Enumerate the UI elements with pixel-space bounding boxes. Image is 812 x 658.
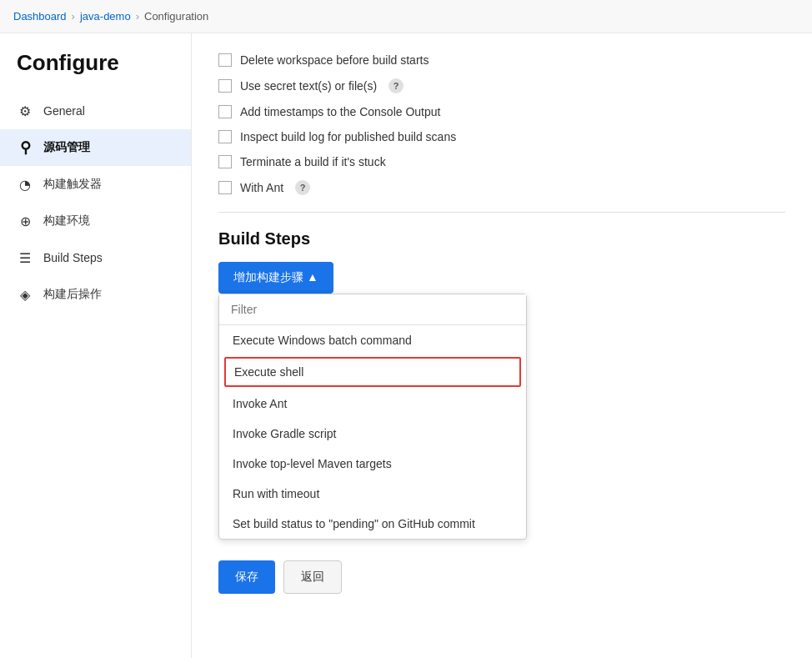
- section-divider: [218, 212, 785, 213]
- breadcrumb-sep-1: ›: [72, 10, 75, 23]
- main-content: Delete workspace before build starts Use…: [192, 33, 812, 658]
- checkbox-row-add-timestamps: Add timestamps to the Console Output: [218, 105, 785, 118]
- sidebar-item-label-source: 源码管理: [43, 140, 90, 155]
- checkbox-terminate-build[interactable]: [218, 155, 232, 168]
- checkbox-label-add-timestamps: Add timestamps to the Console Output: [240, 105, 440, 118]
- add-step-dropdown-container: 增加构建步骤 ▲ Execute Windows batch command E…: [218, 262, 333, 294]
- checkbox-row-inspect-build-log: Inspect build log for published build sc…: [218, 130, 785, 143]
- checkbox-use-secret[interactable]: [218, 79, 232, 93]
- checkbox-row-use-secret: Use secret text(s) or file(s) ?: [218, 78, 785, 93]
- checkbox-label-use-secret: Use secret text(s) or file(s): [240, 79, 377, 93]
- dropdown-menu: Execute Windows batch command Execute sh…: [218, 294, 527, 540]
- dropdown-item-execute-shell[interactable]: Execute shell: [224, 357, 521, 387]
- breadcrumb: Dashboard › java-demo › Configuration: [0, 0, 812, 33]
- globe-icon: ⊕: [17, 213, 33, 229]
- list-icon: ☰: [17, 249, 33, 266]
- sidebar-item-label-general: General: [43, 104, 85, 118]
- build-steps-section: Build Steps 增加构建步骤 ▲ Execute Windows bat…: [218, 229, 785, 594]
- sidebar-item-build-steps[interactable]: ☰ Build Steps: [0, 239, 191, 276]
- post-build-icon: ◈: [17, 286, 33, 303]
- sidebar-item-triggers[interactable]: ◔ 构建触发器: [0, 166, 191, 203]
- sidebar-item-post-build[interactable]: ◈ 构建后操作: [0, 276, 191, 313]
- dropdown-item-invoke-ant[interactable]: Invoke Ant: [219, 389, 526, 419]
- sidebar-title: Configure: [0, 50, 191, 93]
- breadcrumb-current: Configuration: [144, 10, 208, 23]
- dropdown-item-execute-windows[interactable]: Execute Windows batch command: [219, 325, 526, 355]
- breadcrumb-sep-2: ›: [136, 10, 139, 23]
- checkbox-label-terminate-build: Terminate a build if it's stuck: [240, 155, 386, 168]
- dropdown-item-run-timeout[interactable]: Run with timeout: [219, 479, 526, 509]
- source-icon: ⚲: [17, 139, 33, 156]
- checkbox-label-delete-workspace: Delete workspace before build starts: [240, 53, 429, 67]
- checkbox-row-with-ant: With Ant ?: [218, 180, 785, 195]
- page-layout: Configure ⚙ General ⚲ 源码管理 ◔ 构建触发器 ⊕ 构建环…: [0, 33, 812, 658]
- bottom-buttons: 保存 返回: [218, 560, 785, 594]
- checkbox-row-delete-workspace: Delete workspace before build starts: [218, 53, 785, 67]
- breadcrumb-dashboard[interactable]: Dashboard: [13, 10, 67, 23]
- dropdown-item-invoke-gradle[interactable]: Invoke Gradle script: [219, 419, 526, 449]
- sidebar-item-label-build-steps: Build Steps: [43, 251, 103, 264]
- checkbox-row-terminate-build: Terminate a build if it's stuck: [218, 155, 785, 168]
- sidebar-item-label-post-build: 构建后操作: [43, 287, 102, 302]
- checkbox-label-inspect-build-log: Inspect build log for published build sc…: [240, 130, 456, 143]
- dropdown-item-invoke-maven[interactable]: Invoke top-level Maven targets: [219, 449, 526, 479]
- add-step-button[interactable]: 增加构建步骤 ▲: [218, 262, 333, 294]
- build-steps-title: Build Steps: [218, 229, 785, 249]
- help-icon-with-ant[interactable]: ?: [295, 180, 310, 195]
- dropdown-filter-input[interactable]: [219, 294, 526, 325]
- checkbox-label-with-ant: With Ant: [240, 181, 283, 194]
- gear-icon: ⚙: [17, 103, 33, 119]
- save-button[interactable]: 保存: [218, 560, 275, 594]
- sidebar-item-label-environment: 构建环境: [43, 213, 90, 229]
- help-icon-use-secret[interactable]: ?: [388, 78, 403, 93]
- sidebar: Configure ⚙ General ⚲ 源码管理 ◔ 构建触发器 ⊕ 构建环…: [0, 33, 192, 658]
- sidebar-item-general[interactable]: ⚙ General: [0, 93, 191, 129]
- clock-icon: ◔: [17, 176, 33, 193]
- checkbox-delete-workspace[interactable]: [218, 53, 232, 67]
- checkbox-add-timestamps[interactable]: [218, 105, 232, 118]
- sidebar-item-source[interactable]: ⚲ 源码管理: [0, 129, 191, 166]
- checkboxes-section: Delete workspace before build starts Use…: [218, 53, 785, 195]
- dropdown-item-set-build-status[interactable]: Set build status to "pending" on GitHub …: [219, 509, 526, 539]
- sidebar-item-environment[interactable]: ⊕ 构建环境: [0, 203, 191, 239]
- cancel-button[interactable]: 返回: [283, 560, 342, 594]
- breadcrumb-java-demo[interactable]: java-demo: [80, 10, 131, 23]
- checkbox-with-ant[interactable]: [218, 181, 232, 194]
- checkbox-inspect-build-log[interactable]: [218, 130, 232, 143]
- sidebar-item-label-triggers: 构建触发器: [43, 177, 102, 192]
